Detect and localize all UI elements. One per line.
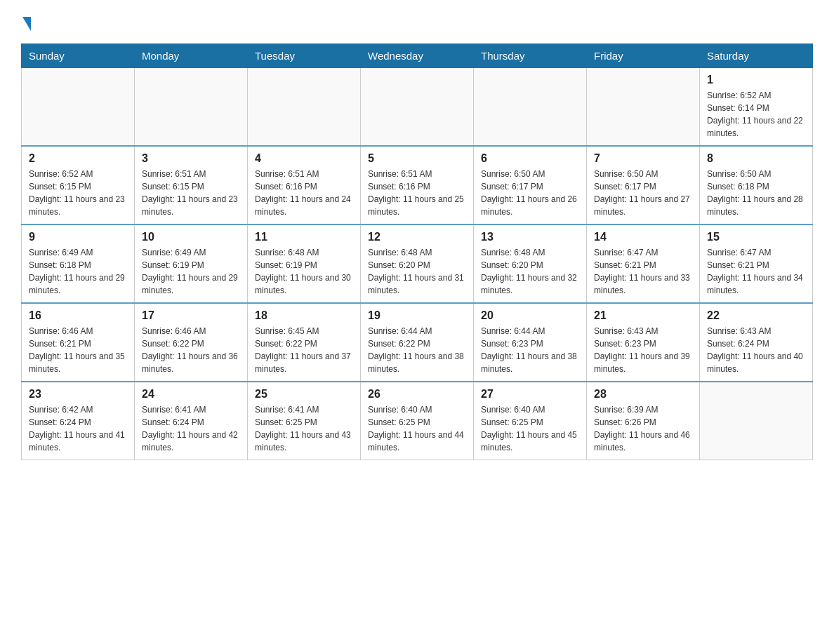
day-info: Sunrise: 6:48 AM Sunset: 6:20 PM Dayligh… [481, 246, 579, 297]
calendar-cell [474, 68, 587, 147]
day-number: 1 [707, 74, 805, 86]
weekday-header-sunday: Sunday [22, 44, 135, 68]
day-info: Sunrise: 6:43 AM Sunset: 6:24 PM Dayligh… [707, 325, 805, 375]
calendar-cell [700, 382, 813, 460]
day-info: Sunrise: 6:45 AM Sunset: 6:22 PM Dayligh… [255, 325, 353, 375]
calendar-week-row-3: 9Sunrise: 6:49 AM Sunset: 6:18 PM Daylig… [22, 224, 813, 303]
calendar-cell [22, 68, 135, 147]
day-info: Sunrise: 6:46 AM Sunset: 6:21 PM Dayligh… [29, 325, 127, 375]
calendar-cell: 19Sunrise: 6:44 AM Sunset: 6:22 PM Dayli… [361, 303, 474, 382]
day-number: 3 [142, 152, 240, 165]
day-number: 26 [368, 388, 466, 401]
day-number: 18 [255, 309, 353, 322]
calendar-cell: 14Sunrise: 6:47 AM Sunset: 6:21 PM Dayli… [587, 224, 700, 303]
calendar-cell: 20Sunrise: 6:44 AM Sunset: 6:23 PM Dayli… [474, 303, 587, 382]
calendar-cell: 6Sunrise: 6:50 AM Sunset: 6:17 PM Daylig… [474, 146, 587, 224]
calendar-cell: 23Sunrise: 6:42 AM Sunset: 6:24 PM Dayli… [22, 382, 135, 460]
calendar-cell: 17Sunrise: 6:46 AM Sunset: 6:22 PM Dayli… [135, 303, 248, 382]
calendar-cell: 28Sunrise: 6:39 AM Sunset: 6:26 PM Dayli… [587, 382, 700, 460]
day-number: 20 [481, 309, 579, 322]
calendar-cell [361, 68, 474, 147]
calendar-cell: 9Sunrise: 6:49 AM Sunset: 6:18 PM Daylig… [22, 224, 135, 303]
day-number: 14 [594, 231, 692, 243]
day-info: Sunrise: 6:51 AM Sunset: 6:15 PM Dayligh… [142, 168, 240, 218]
calendar-week-row-5: 23Sunrise: 6:42 AM Sunset: 6:24 PM Dayli… [22, 382, 813, 460]
logo [21, 14, 31, 31]
day-info: Sunrise: 6:50 AM Sunset: 6:18 PM Dayligh… [707, 168, 805, 218]
day-number: 13 [481, 231, 579, 243]
day-number: 28 [594, 388, 692, 401]
weekday-header-monday: Monday [135, 44, 248, 68]
day-info: Sunrise: 6:40 AM Sunset: 6:25 PM Dayligh… [368, 403, 466, 454]
day-number: 11 [255, 231, 353, 243]
day-info: Sunrise: 6:49 AM Sunset: 6:18 PM Dayligh… [29, 246, 127, 297]
day-number: 8 [707, 152, 805, 165]
day-number: 7 [594, 152, 692, 165]
day-info: Sunrise: 6:50 AM Sunset: 6:17 PM Dayligh… [594, 168, 692, 218]
calendar-cell: 5Sunrise: 6:51 AM Sunset: 6:16 PM Daylig… [361, 146, 474, 224]
calendar-cell: 15Sunrise: 6:47 AM Sunset: 6:21 PM Dayli… [700, 224, 813, 303]
calendar-table: SundayMondayTuesdayWednesdayThursdayFrid… [21, 43, 813, 460]
day-number: 4 [255, 152, 353, 165]
calendar-cell: 12Sunrise: 6:48 AM Sunset: 6:20 PM Dayli… [361, 224, 474, 303]
day-number: 23 [29, 388, 127, 401]
day-info: Sunrise: 6:44 AM Sunset: 6:23 PM Dayligh… [481, 325, 579, 375]
calendar-cell: 7Sunrise: 6:50 AM Sunset: 6:17 PM Daylig… [587, 146, 700, 224]
calendar-cell: 13Sunrise: 6:48 AM Sunset: 6:20 PM Dayli… [474, 224, 587, 303]
calendar-cell: 24Sunrise: 6:41 AM Sunset: 6:24 PM Dayli… [135, 382, 248, 460]
day-number: 12 [368, 231, 466, 243]
calendar-cell: 16Sunrise: 6:46 AM Sunset: 6:21 PM Dayli… [22, 303, 135, 382]
calendar-cell: 18Sunrise: 6:45 AM Sunset: 6:22 PM Dayli… [248, 303, 361, 382]
calendar-cell: 2Sunrise: 6:52 AM Sunset: 6:15 PM Daylig… [22, 146, 135, 224]
page-header [21, 14, 813, 31]
calendar-cell: 21Sunrise: 6:43 AM Sunset: 6:23 PM Dayli… [587, 303, 700, 382]
day-info: Sunrise: 6:41 AM Sunset: 6:25 PM Dayligh… [255, 403, 353, 454]
day-info: Sunrise: 6:52 AM Sunset: 6:15 PM Dayligh… [29, 168, 127, 218]
calendar-cell: 8Sunrise: 6:50 AM Sunset: 6:18 PM Daylig… [700, 146, 813, 224]
weekday-header-friday: Friday [587, 44, 700, 68]
calendar-cell: 10Sunrise: 6:49 AM Sunset: 6:19 PM Dayli… [135, 224, 248, 303]
day-info: Sunrise: 6:44 AM Sunset: 6:22 PM Dayligh… [368, 325, 466, 375]
day-number: 6 [481, 152, 579, 165]
day-number: 25 [255, 388, 353, 401]
calendar-cell: 11Sunrise: 6:48 AM Sunset: 6:19 PM Dayli… [248, 224, 361, 303]
day-info: Sunrise: 6:51 AM Sunset: 6:16 PM Dayligh… [368, 168, 466, 218]
calendar-cell [135, 68, 248, 147]
day-info: Sunrise: 6:41 AM Sunset: 6:24 PM Dayligh… [142, 403, 240, 454]
day-number: 24 [142, 388, 240, 401]
calendar-week-row-4: 16Sunrise: 6:46 AM Sunset: 6:21 PM Dayli… [22, 303, 813, 382]
day-number: 17 [142, 309, 240, 322]
calendar-cell: 1Sunrise: 6:52 AM Sunset: 6:14 PM Daylig… [700, 68, 813, 147]
calendar-cell: 4Sunrise: 6:51 AM Sunset: 6:16 PM Daylig… [248, 146, 361, 224]
logo-arrow-icon [22, 17, 31, 31]
weekday-header-tuesday: Tuesday [248, 44, 361, 68]
calendar-cell: 25Sunrise: 6:41 AM Sunset: 6:25 PM Dayli… [248, 382, 361, 460]
day-info: Sunrise: 6:47 AM Sunset: 6:21 PM Dayligh… [707, 246, 805, 297]
day-info: Sunrise: 6:40 AM Sunset: 6:25 PM Dayligh… [481, 403, 579, 454]
day-number: 2 [29, 152, 127, 165]
weekday-header-saturday: Saturday [700, 44, 813, 68]
day-info: Sunrise: 6:50 AM Sunset: 6:17 PM Dayligh… [481, 168, 579, 218]
day-number: 22 [707, 309, 805, 322]
day-number: 9 [29, 231, 127, 243]
day-number: 5 [368, 152, 466, 165]
day-info: Sunrise: 6:48 AM Sunset: 6:19 PM Dayligh… [255, 246, 353, 297]
weekday-header-thursday: Thursday [474, 44, 587, 68]
day-info: Sunrise: 6:52 AM Sunset: 6:14 PM Dayligh… [707, 89, 805, 140]
day-number: 27 [481, 388, 579, 401]
day-info: Sunrise: 6:43 AM Sunset: 6:23 PM Dayligh… [594, 325, 692, 375]
day-number: 16 [29, 309, 127, 322]
calendar-cell: 27Sunrise: 6:40 AM Sunset: 6:25 PM Dayli… [474, 382, 587, 460]
day-info: Sunrise: 6:46 AM Sunset: 6:22 PM Dayligh… [142, 325, 240, 375]
calendar-week-row-1: 1Sunrise: 6:52 AM Sunset: 6:14 PM Daylig… [22, 68, 813, 147]
day-number: 15 [707, 231, 805, 243]
weekday-header-row: SundayMondayTuesdayWednesdayThursdayFrid… [22, 44, 813, 68]
day-info: Sunrise: 6:42 AM Sunset: 6:24 PM Dayligh… [29, 403, 127, 454]
calendar-cell: 22Sunrise: 6:43 AM Sunset: 6:24 PM Dayli… [700, 303, 813, 382]
weekday-header-wednesday: Wednesday [361, 44, 474, 68]
day-info: Sunrise: 6:47 AM Sunset: 6:21 PM Dayligh… [594, 246, 692, 297]
calendar-cell: 3Sunrise: 6:51 AM Sunset: 6:15 PM Daylig… [135, 146, 248, 224]
day-number: 10 [142, 231, 240, 243]
calendar-cell [587, 68, 700, 147]
day-number: 19 [368, 309, 466, 322]
